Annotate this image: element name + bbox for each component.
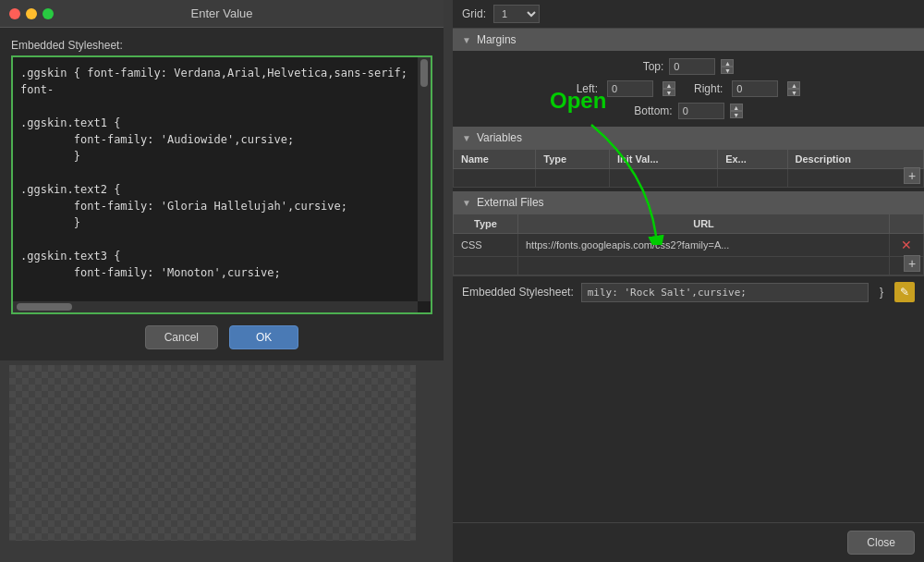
right-spinner[interactable]: ▲ ▼ (787, 81, 800, 96)
right-panel: Grid: 1 2 ▼ Margins Top: ▲ ▼ Left: (453, 0, 924, 562)
col-name: Name (454, 150, 536, 169)
ok-button[interactable]: OK (229, 325, 298, 349)
close-button[interactable]: Close (847, 531, 915, 555)
dialog-buttons: Cancel OK (11, 325, 432, 349)
bottom-spin-up[interactable]: ▲ (730, 104, 743, 111)
margins-arrow-icon: ▼ (462, 35, 471, 45)
bottom-input[interactable] (678, 103, 724, 119)
margins-content: Top: ▲ ▼ Left: ▲ ▼ Right: ▲ ▼ (453, 51, 924, 127)
dialog-label: Embedded Stylesheet: (11, 39, 432, 52)
col-initval: Init Val... (609, 150, 717, 169)
variables-section: ▼ Variables Name Type Init Val... Ex... … (453, 127, 924, 188)
external-files-arrow-icon: ▼ (462, 198, 471, 208)
close-window-button[interactable] (9, 8, 20, 19)
margins-section-header[interactable]: ▼ Margins (453, 29, 924, 51)
remove-ext-file-button[interactable]: ✕ (897, 238, 916, 252)
variables-content: Name Type Init Val... Ex... Description (453, 149, 924, 188)
window-controls (9, 8, 54, 19)
left-spinner[interactable]: ▲ ▼ (663, 81, 675, 96)
embedded-stylesheet-row: Embedded Stylesheet: mily: 'Rock Salt',c… (453, 275, 924, 308)
bottom-spinner[interactable]: ▲ ▼ (730, 104, 743, 118)
ext-type-col: Type (454, 214, 518, 234)
maximize-window-button[interactable] (43, 8, 54, 19)
top-label: Top: (643, 60, 664, 73)
grid-select[interactable]: 1 2 (493, 5, 540, 23)
close-brace: } (880, 286, 883, 299)
right-spin-up[interactable]: ▲ (787, 81, 800, 89)
col-type: Type (536, 150, 610, 169)
cancel-button[interactable]: Cancel (145, 325, 218, 349)
ext-file-type: CSS (454, 234, 518, 257)
grid-label: Grid: (462, 7, 486, 20)
embedded-stylesheet-value: mily: 'Rock Salt',cursive; (581, 283, 869, 302)
embedded-stylesheet-label: Embedded Stylesheet: (462, 286, 574, 299)
ext-url-col: URL (518, 214, 890, 234)
bottom-label: Bottom: (634, 104, 672, 117)
horizontal-scrollbar-thumb[interactable] (17, 303, 72, 311)
external-files-content: Type URL CSS https://fonts.googleapis.co… (453, 214, 924, 275)
bottom-spin-down[interactable]: ▼ (730, 111, 743, 118)
table-row (454, 169, 924, 188)
right-label: Right: (694, 82, 723, 95)
top-spin-down[interactable]: ▼ (721, 67, 734, 74)
bottom-bar: Close (453, 522, 924, 562)
ext-file-url: https://fonts.googleapis.com/css2?family… (518, 234, 890, 257)
variables-label: Variables (477, 131, 522, 144)
col-ex: Ex... (718, 150, 787, 169)
left-spin-down[interactable]: ▼ (663, 89, 675, 96)
external-files-header[interactable]: ▼ External Files (453, 191, 924, 214)
variables-table: Name Type Init Val... Ex... Description (453, 149, 924, 188)
top-input[interactable] (669, 58, 715, 75)
variables-section-header[interactable]: ▼ Variables (453, 127, 924, 149)
left-spin-up[interactable]: ▲ (663, 81, 675, 89)
minimize-window-button[interactable] (26, 8, 37, 19)
top-spinner[interactable]: ▲ ▼ (721, 59, 734, 74)
horizontal-scrollbar[interactable] (13, 301, 418, 312)
right-spin-down[interactable]: ▼ (787, 89, 800, 96)
external-files-label: External Files (477, 196, 544, 209)
left-label: Left: (577, 82, 598, 95)
ext-file-empty-row (454, 257, 924, 275)
vertical-scrollbar-thumb[interactable] (420, 59, 428, 87)
vertical-scrollbar[interactable] (418, 57, 431, 301)
col-description: Description (787, 150, 923, 169)
ext-file-row: CSS https://fonts.googleapis.com/css2?fa… (454, 234, 924, 257)
stylesheet-textarea[interactable]: .ggskin { font-family: Verdana,Arial,Hel… (13, 57, 431, 298)
top-spin-up[interactable]: ▲ (721, 59, 734, 67)
edit-stylesheet-button[interactable]: ✎ (894, 282, 915, 302)
stylesheet-textarea-container: .ggskin { font-family: Verdana,Arial,Hel… (11, 55, 432, 314)
ext-actions-col (890, 214, 924, 234)
external-files-section: ▼ External Files Type URL CSS https://fo… (453, 191, 924, 275)
edit-icon: ✎ (900, 286, 909, 299)
variables-add-button[interactable]: + (904, 167, 920, 184)
external-files-add-button[interactable]: + (904, 255, 920, 272)
left-input[interactable] (607, 80, 653, 97)
margins-section: ▼ Margins Top: ▲ ▼ Left: ▲ ▼ Ri (453, 29, 924, 127)
dialog-title: Enter Value (191, 6, 253, 20)
variables-arrow-icon: ▼ (462, 133, 471, 143)
margins-label: Margins (477, 33, 517, 46)
right-input[interactable] (732, 80, 778, 97)
grid-row: Grid: 1 2 (453, 0, 924, 29)
external-files-table: Type URL CSS https://fonts.googleapis.co… (453, 214, 924, 275)
